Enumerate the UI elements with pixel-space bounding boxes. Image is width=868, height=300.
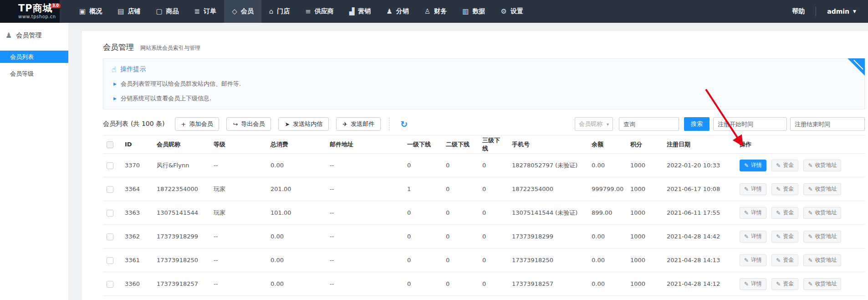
select-all-checkbox[interactable] xyxy=(107,141,113,148)
nav-item-overview[interactable]: ▣概况 xyxy=(71,0,110,23)
cell-total: 101.00 xyxy=(264,201,323,225)
detail-button[interactable]: ✎详情 xyxy=(740,231,766,243)
address-button[interactable]: ✎收货地址 xyxy=(803,254,841,266)
edit-icon: ✎ xyxy=(808,162,812,169)
col-regdate: 注册日期 xyxy=(660,135,733,154)
fund-button[interactable]: ✎资金 xyxy=(771,183,798,195)
address-button[interactable]: ✎收货地址 xyxy=(803,278,841,290)
row-checkbox[interactable] xyxy=(107,162,113,169)
col-phone: 手机号 xyxy=(505,135,585,154)
page-subtitle: 网站系统会员索引与管理 xyxy=(140,44,200,52)
fund-button[interactable]: ✎资金 xyxy=(771,231,798,243)
refresh-icon[interactable]: ↻ xyxy=(400,120,408,129)
help-link[interactable]: 帮助 xyxy=(792,7,805,16)
nav-item-supplier[interactable]: ≡供应商 xyxy=(297,0,342,23)
sidebar-section-header: ♟ 会员管理 xyxy=(0,23,68,44)
cell-downline3: 0 xyxy=(476,177,505,201)
col-id: ID xyxy=(118,135,150,154)
address-button[interactable]: ✎收货地址 xyxy=(803,231,841,243)
table-header-row: ID 会员昵称 等级 总消费 邮件地址 一级下线 二级下线 三级下线 手机号 余… xyxy=(103,135,865,154)
address-button[interactable]: ✎收货地址 xyxy=(803,160,841,171)
search-field-select[interactable]: 会员昵称 ▾ xyxy=(575,117,613,131)
nav-item-members[interactable]: ◇会员 xyxy=(224,0,261,23)
register-start-date-input[interactable] xyxy=(713,117,787,131)
row-checkbox[interactable] xyxy=(107,186,113,193)
row-checkbox[interactable] xyxy=(107,281,113,288)
detail-button[interactable]: ✎详情 xyxy=(740,160,766,171)
orders-icon: ≣ xyxy=(194,7,200,16)
list-count: (共 100 条) xyxy=(131,120,165,128)
cell-downline3: 0 xyxy=(476,248,505,272)
row-checkbox[interactable] xyxy=(107,233,113,240)
cell-downline2: 0 xyxy=(439,225,476,248)
sidebar-section-label: 会员管理 xyxy=(16,31,41,40)
marketing-icon: ▟ xyxy=(349,7,355,16)
fund-button[interactable]: ✎资金 xyxy=(771,254,798,266)
sidebar-item-member-level[interactable]: 会员等级 xyxy=(0,67,68,80)
cell-email: -- xyxy=(323,177,401,201)
main-area: 会员管理 网站系统会员索引与管理 ☝ 操作提示 ▶ 会员列表管理可以给会员群发站… xyxy=(68,23,868,300)
table-row: 3361 17373918250 -- 0.00 -- 0 0 0 173739… xyxy=(103,248,865,272)
send-message-button[interactable]: ➤发送站内信 xyxy=(278,117,329,131)
cell-downline2: 0 xyxy=(439,248,476,272)
nav-item-goods[interactable]: ▢商品 xyxy=(148,0,186,23)
export-member-button[interactable]: ↪导出会员 xyxy=(226,117,271,131)
nav-item-distribution[interactable]: ♟分销 xyxy=(378,0,416,23)
address-button[interactable]: ✎收货地址 xyxy=(803,183,841,195)
cell-phone: 13075141544 (未验证) xyxy=(505,201,585,225)
cell-email: -- xyxy=(323,154,401,177)
row-checkbox[interactable] xyxy=(107,210,113,217)
edit-icon: ✎ xyxy=(744,186,749,192)
search-group: 会员昵称 ▾ 搜索 xyxy=(575,117,865,131)
edit-icon: ✎ xyxy=(744,281,749,287)
edit-icon: ✎ xyxy=(776,162,781,169)
cell-downline2: 0 xyxy=(439,177,476,201)
register-end-date-input[interactable] xyxy=(790,117,865,131)
username: admin xyxy=(827,8,849,15)
nav-item-marketing[interactable]: ▟营销 xyxy=(342,0,379,23)
nav-item-orders[interactable]: ≣订单 xyxy=(187,0,225,23)
add-member-button[interactable]: +添加会员 xyxy=(175,117,220,131)
search-button[interactable]: 搜索 xyxy=(684,117,710,131)
edit-icon: ✎ xyxy=(808,281,812,287)
cell-email: -- xyxy=(323,248,401,272)
detail-button[interactable]: ✎详情 xyxy=(740,183,766,195)
row-checkbox[interactable] xyxy=(107,257,113,264)
cell-balance: 0.00 xyxy=(585,272,624,296)
search-input[interactable] xyxy=(619,117,679,131)
cell-downline1: 0 xyxy=(401,248,439,272)
page-body: ♟ 会员管理 会员列表 会员等级 会员管理 网站系统会员索引与管理 ☝ 操作提示… xyxy=(0,23,868,300)
detail-button[interactable]: ✎详情 xyxy=(740,207,766,219)
cell-downline1: 1 xyxy=(401,177,439,201)
nav-item-settings[interactable]: ⚙设置 xyxy=(493,0,531,23)
cell-id: 3370 xyxy=(118,154,150,177)
fund-button[interactable]: ✎资金 xyxy=(771,278,798,290)
send-email-button[interactable]: ✈发送邮件 xyxy=(336,117,381,131)
nav-item-finance[interactable]: ♙财务 xyxy=(417,0,454,23)
detail-button[interactable]: ✎详情 xyxy=(740,278,766,290)
address-button[interactable]: ✎收货地址 xyxy=(803,207,841,219)
table-row: 3360 17373918257 -- 0.00 -- 0 0 0 173739… xyxy=(103,272,865,296)
edit-icon: ✎ xyxy=(776,257,781,264)
cell-balance: 0.00 xyxy=(585,154,624,177)
nav-item-data[interactable]: ▥数据 xyxy=(454,0,493,23)
edit-icon: ✎ xyxy=(744,233,749,240)
fund-button[interactable]: ✎资金 xyxy=(771,207,798,219)
user-menu[interactable]: admin ▼ xyxy=(827,8,856,15)
cell-regdate: 2021-06-11 17:55 xyxy=(660,201,733,225)
nav-item-stores[interactable]: ⌂门店 xyxy=(261,0,298,23)
nav-right: 帮助 admin ▼ xyxy=(792,0,868,23)
cell-email: -- xyxy=(323,225,401,248)
cell-nickname: 17373918250 xyxy=(150,248,207,272)
export-arrow-icon: ↪ xyxy=(233,121,238,128)
detail-button[interactable]: ✎详情 xyxy=(740,254,766,266)
col-downline1: 一级下线 xyxy=(401,135,439,154)
cell-email: -- xyxy=(323,201,401,225)
fund-button[interactable]: ✎资金 xyxy=(771,160,798,171)
sidebar-item-member-list[interactable]: 会员列表 xyxy=(0,51,68,63)
app-logo: TP商城 www.tpshop.cn 3.0 xyxy=(0,0,60,23)
collapse-ribbon-icon[interactable] xyxy=(848,58,865,76)
cell-points: 1000 xyxy=(624,272,660,296)
edit-icon: ✎ xyxy=(808,257,812,264)
nav-item-shop[interactable]: ▤店铺 xyxy=(110,0,148,23)
